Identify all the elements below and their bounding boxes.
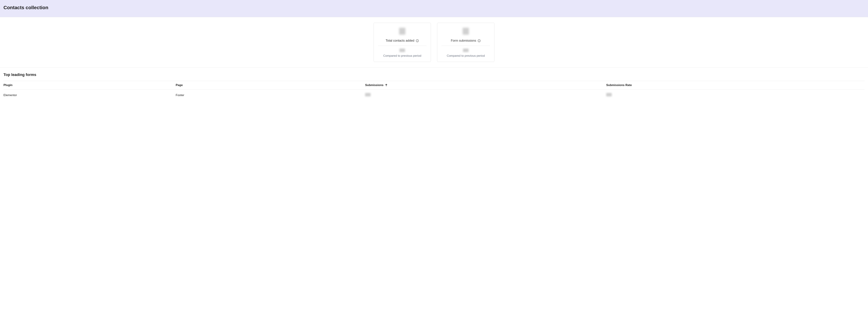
header-section: Contacts collection <box>0 0 868 17</box>
page-title: Contacts collection <box>3 5 865 10</box>
section-title: Top leading forms <box>3 72 865 77</box>
total-contacts-label-row: Total contacts added <box>378 39 427 46</box>
info-icon[interactable] <box>416 39 419 42</box>
column-header-submissions[interactable]: Submissions <box>365 81 606 90</box>
cell-submissions <box>365 90 606 101</box>
cell-rate <box>606 90 865 101</box>
table-row: Elementor Footer <box>3 90 865 101</box>
table-section: Top leading forms Plugin Page Submission… <box>0 68 868 104</box>
column-header-rate[interactable]: Submissions Rate <box>606 81 865 90</box>
submissions-value-blurred <box>365 93 371 96</box>
form-submissions-change-blurred <box>463 48 469 52</box>
cell-plugin: Elementor <box>3 90 176 101</box>
total-contacts-change-blurred <box>399 48 405 52</box>
total-contacts-card: Total contacts added Compared to previou… <box>374 23 431 62</box>
compared-text: Compared to previous period <box>377 54 427 58</box>
total-contacts-label: Total contacts added <box>385 39 414 42</box>
info-icon[interactable] <box>477 39 481 42</box>
form-submissions-value-blurred <box>463 28 469 35</box>
column-header-page[interactable]: Page <box>176 81 365 90</box>
arrow-up-icon <box>385 84 388 87</box>
form-submissions-card: Form submissions Compared to previous pe… <box>437 23 494 62</box>
rate-value-blurred <box>606 93 612 96</box>
stats-cards-section: Total contacts added Compared to previou… <box>0 17 868 68</box>
cell-page: Footer <box>176 90 365 101</box>
column-header-plugin[interactable]: Plugin <box>3 81 176 90</box>
total-contacts-value-blurred <box>399 28 405 35</box>
form-submissions-label-row: Form submissions <box>441 39 490 46</box>
sort-indicator: Submissions <box>365 84 388 87</box>
compared-text: Compared to previous period <box>441 54 491 58</box>
forms-table: Plugin Page Submissions Submissions Rate… <box>3 81 865 101</box>
submissions-header-text: Submissions <box>365 84 383 87</box>
table-header-row: Plugin Page Submissions Submissions Rate <box>3 81 865 90</box>
form-submissions-label: Form submissions <box>451 39 476 42</box>
